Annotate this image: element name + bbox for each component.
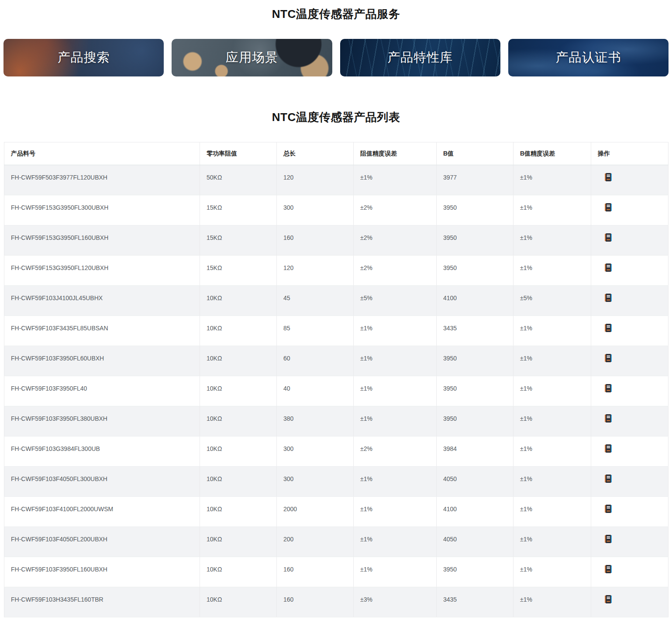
table-row: FH-CWF59F103F3950FL40 10KΩ 40 ±1% 3950 ±… xyxy=(4,376,669,406)
cell-part-number: FH-CWF59F503F3977FL120UBXH xyxy=(4,165,200,195)
cell-zero-power-resistance: 10KΩ xyxy=(200,436,277,467)
banner-product-search[interactable]: 产品搜索 xyxy=(3,39,164,76)
table-row: FH-CWF59F103J4100JL45UBHX 10KΩ 45 ±5% 41… xyxy=(4,286,669,316)
notebook-icon xyxy=(605,535,612,543)
cell-resistance-tolerance: ±1% xyxy=(354,406,437,436)
view-doc-button[interactable] xyxy=(605,294,612,302)
cell-action xyxy=(591,436,669,467)
cell-part-number: FH-CWF59F103F3950FL160UBXH xyxy=(4,557,200,587)
cell-action xyxy=(591,346,669,376)
cell-resistance-tolerance: ±2% xyxy=(354,195,437,225)
col-header-resistance-tolerance: 阻值精度误差 xyxy=(354,142,437,165)
cell-action xyxy=(591,195,669,225)
table-row: FH-CWF59F103F4100FL2000UWSM 10KΩ 2000 ±1… xyxy=(4,497,669,527)
cell-resistance-tolerance: ±3% xyxy=(354,587,437,617)
cell-zero-power-resistance: 10KΩ xyxy=(200,557,277,587)
cell-action xyxy=(591,165,669,195)
cell-b-value-tolerance: ±1% xyxy=(513,316,591,346)
view-doc-button[interactable] xyxy=(605,595,612,603)
banner-label: 应用场景 xyxy=(226,49,278,66)
table-row: FH-CWF59F103F4050FL200UBXH 10KΩ 200 ±1% … xyxy=(4,527,669,557)
cell-action xyxy=(591,587,669,617)
cell-zero-power-resistance: 15KΩ xyxy=(200,195,277,225)
cell-action xyxy=(591,286,669,316)
cell-total-length: 85 xyxy=(277,316,354,346)
cell-b-value-tolerance: ±1% xyxy=(513,376,591,406)
cell-zero-power-resistance: 50KΩ xyxy=(200,165,277,195)
table-row: FH-CWF59F103F3435FL85UBSAN 10KΩ 85 ±1% 3… xyxy=(4,316,669,346)
view-doc-button[interactable] xyxy=(605,354,612,362)
cell-total-length: 2000 xyxy=(277,497,354,527)
cell-b-value-tolerance: ±1% xyxy=(513,497,591,527)
notebook-icon xyxy=(605,263,612,272)
view-doc-button[interactable] xyxy=(605,324,612,332)
banner-feature-library[interactable]: 产品特性库 xyxy=(340,39,500,76)
view-doc-button[interactable] xyxy=(605,173,612,181)
view-doc-button[interactable] xyxy=(605,475,612,483)
cell-zero-power-resistance: 10KΩ xyxy=(200,497,277,527)
view-doc-button[interactable] xyxy=(605,505,612,513)
banner-label: 产品搜索 xyxy=(58,49,110,66)
product-table-container: 产品料号 零功率阻值 总长 阻值精度误差 B值 B值精度误差 操作 FH-CWF… xyxy=(0,142,672,617)
cell-total-length: 160 xyxy=(277,587,354,617)
cell-zero-power-resistance: 10KΩ xyxy=(200,376,277,406)
cell-b-value-tolerance: ±1% xyxy=(513,527,591,557)
col-header-zero-power-resistance: 零功率阻值 xyxy=(200,142,277,165)
notebook-icon xyxy=(605,505,612,513)
cell-total-length: 40 xyxy=(277,376,354,406)
cell-total-length: 300 xyxy=(277,195,354,225)
table-row: FH-CWF59F103F3950FL380UBXH 10KΩ 380 ±1% … xyxy=(4,406,669,436)
cell-total-length: 160 xyxy=(277,225,354,256)
cell-total-length: 120 xyxy=(277,165,354,195)
table-row: FH-CWF59F103F4050FL300UBXH 10KΩ 300 ±1% … xyxy=(4,467,669,497)
view-doc-button[interactable] xyxy=(605,203,612,211)
view-doc-button[interactable] xyxy=(605,233,612,242)
cell-part-number: FH-CWF59F103H3435FL160TBR xyxy=(4,587,200,617)
cell-resistance-tolerance: ±2% xyxy=(354,256,437,286)
banner-label: 产品认证书 xyxy=(555,49,621,66)
cell-resistance-tolerance: ±1% xyxy=(354,346,437,376)
cell-total-length: 300 xyxy=(277,436,354,467)
notebook-icon xyxy=(605,444,612,453)
product-list-title: NTC温度传感器产品列表 xyxy=(0,76,672,123)
cell-b-value-tolerance: ±1% xyxy=(513,165,591,195)
notebook-icon xyxy=(605,324,612,332)
table-row: FH-CWF59F153G3950FL120UBXH 15KΩ 120 ±2% … xyxy=(4,256,669,286)
cell-resistance-tolerance: ±1% xyxy=(354,376,437,406)
cell-resistance-tolerance: ±1% xyxy=(354,497,437,527)
cell-part-number: FH-CWF59F103G3984FL300UB xyxy=(4,436,200,467)
cell-b-value: 3950 xyxy=(437,376,513,406)
cell-b-value: 3950 xyxy=(437,346,513,376)
cell-total-length: 160 xyxy=(277,557,354,587)
view-doc-button[interactable] xyxy=(605,263,612,272)
notebook-icon xyxy=(605,565,612,573)
view-doc-button[interactable] xyxy=(605,444,612,453)
view-doc-button[interactable] xyxy=(605,565,612,573)
banner-certificates[interactable]: 产品认证书 xyxy=(508,39,669,76)
notebook-icon xyxy=(605,294,612,302)
cell-b-value-tolerance: ±1% xyxy=(513,346,591,376)
cell-resistance-tolerance: ±5% xyxy=(354,286,437,316)
view-doc-button[interactable] xyxy=(605,414,612,423)
table-row: FH-CWF59F503F3977FL120UBXH 50KΩ 120 ±1% … xyxy=(4,165,669,195)
cell-b-value: 3977 xyxy=(437,165,513,195)
cell-resistance-tolerance: ±1% xyxy=(354,557,437,587)
cell-part-number: FH-CWF59F103F4050FL200UBXH xyxy=(4,527,200,557)
col-header-part-number: 产品料号 xyxy=(4,142,200,165)
cell-b-value: 4050 xyxy=(437,467,513,497)
view-doc-button[interactable] xyxy=(605,384,612,392)
cell-part-number: FH-CWF59F103F4050FL300UBXH xyxy=(4,467,200,497)
banner-application-scenes[interactable]: 应用场景 xyxy=(172,39,332,76)
cell-b-value-tolerance: ±1% xyxy=(513,587,591,617)
cell-b-value: 3950 xyxy=(437,256,513,286)
view-doc-button[interactable] xyxy=(605,535,612,543)
notebook-icon xyxy=(605,354,612,362)
cell-total-length: 60 xyxy=(277,346,354,376)
cell-zero-power-resistance: 10KΩ xyxy=(200,527,277,557)
banner-row: 产品搜索 应用场景 产品特性库 产品认证书 xyxy=(0,39,672,76)
cell-b-value-tolerance: ±1% xyxy=(513,467,591,497)
notebook-icon xyxy=(605,414,612,423)
table-row: FH-CWF59F153G3950FL160UBXH 15KΩ 160 ±2% … xyxy=(4,225,669,256)
cell-b-value: 3950 xyxy=(437,225,513,256)
cell-total-length: 120 xyxy=(277,256,354,286)
